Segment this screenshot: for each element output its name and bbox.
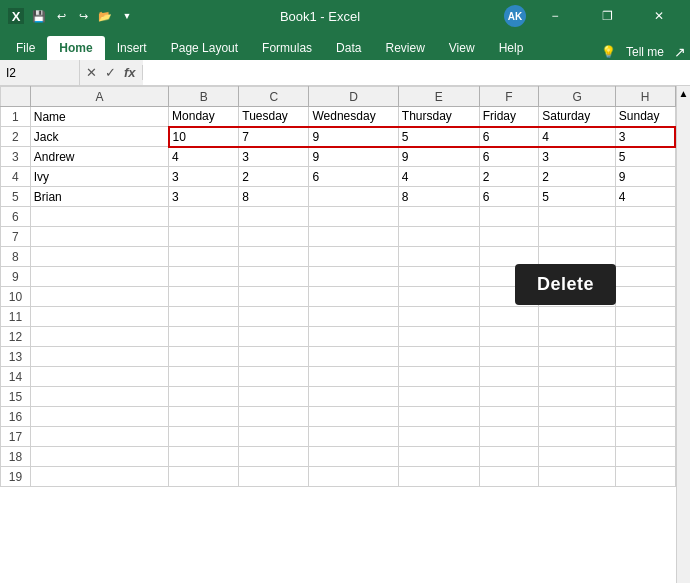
cell-r2c6[interactable]: 4: [539, 127, 616, 147]
cell-r8c4[interactable]: [398, 247, 479, 267]
cell-r14c4[interactable]: [398, 367, 479, 387]
cell-r14c0[interactable]: [30, 367, 168, 387]
cell-r13c0[interactable]: [30, 347, 168, 367]
col-header-e[interactable]: E: [398, 87, 479, 107]
tell-me-label[interactable]: Tell me: [626, 45, 664, 59]
cell-r15c7[interactable]: [615, 387, 675, 407]
row-number-10[interactable]: 10: [1, 287, 31, 307]
cell-r9c3[interactable]: [309, 267, 398, 287]
cell-r16c3[interactable]: [309, 407, 398, 427]
cell-r19c5[interactable]: [479, 467, 539, 487]
cell-r19c4[interactable]: [398, 467, 479, 487]
cell-r4c0[interactable]: Ivy: [30, 167, 168, 187]
cell-r1c1[interactable]: Monday: [169, 107, 239, 127]
tab-page-layout[interactable]: Page Layout: [159, 36, 250, 60]
cell-r17c7[interactable]: [615, 427, 675, 447]
cell-r8c6[interactable]: [539, 247, 616, 267]
cell-r11c3[interactable]: [309, 307, 398, 327]
formula-input[interactable]: [143, 60, 690, 85]
cell-r11c5[interactable]: [479, 307, 539, 327]
cell-r16c4[interactable]: [398, 407, 479, 427]
cell-r3c4[interactable]: 9: [398, 147, 479, 167]
cell-r15c1[interactable]: [169, 387, 239, 407]
cell-r9c2[interactable]: [239, 267, 309, 287]
cell-r1c6[interactable]: Saturday: [539, 107, 616, 127]
cell-r11c7[interactable]: [615, 307, 675, 327]
cell-r19c2[interactable]: [239, 467, 309, 487]
cell-r16c2[interactable]: [239, 407, 309, 427]
cell-r12c4[interactable]: [398, 327, 479, 347]
cell-r1c4[interactable]: Thursday: [398, 107, 479, 127]
customize-icon[interactable]: ▼: [118, 7, 136, 25]
tab-home[interactable]: Home: [47, 36, 104, 60]
cell-r3c7[interactable]: 5: [615, 147, 675, 167]
col-header-f[interactable]: F: [479, 87, 539, 107]
cell-r18c5[interactable]: [479, 447, 539, 467]
row-number-9[interactable]: 9: [1, 267, 31, 287]
cell-r7c0[interactable]: [30, 227, 168, 247]
cell-r15c5[interactable]: [479, 387, 539, 407]
cell-r2c4[interactable]: 5: [398, 127, 479, 147]
cell-r16c6[interactable]: [539, 407, 616, 427]
cell-r7c2[interactable]: [239, 227, 309, 247]
cell-r5c7[interactable]: 4: [615, 187, 675, 207]
cell-r6c6[interactable]: [539, 207, 616, 227]
cell-r17c1[interactable]: [169, 427, 239, 447]
cell-r3c0[interactable]: Andrew: [30, 147, 168, 167]
cell-r16c5[interactable]: [479, 407, 539, 427]
row-number-15[interactable]: 15: [1, 387, 31, 407]
row-number-17[interactable]: 17: [1, 427, 31, 447]
cell-r11c4[interactable]: [398, 307, 479, 327]
cell-r5c3[interactable]: [309, 187, 398, 207]
restore-button[interactable]: ❐: [584, 0, 630, 32]
cell-r10c5[interactable]: [479, 287, 539, 307]
cell-r5c4[interactable]: 8: [398, 187, 479, 207]
cell-r5c1[interactable]: 3: [169, 187, 239, 207]
cell-r18c6[interactable]: [539, 447, 616, 467]
cell-r19c7[interactable]: [615, 467, 675, 487]
cell-r19c1[interactable]: [169, 467, 239, 487]
cell-r14c3[interactable]: [309, 367, 398, 387]
cell-r2c3[interactable]: 9: [309, 127, 398, 147]
cell-r6c2[interactable]: [239, 207, 309, 227]
cell-r14c1[interactable]: [169, 367, 239, 387]
cell-r8c0[interactable]: [30, 247, 168, 267]
row-number-2[interactable]: 2: [1, 127, 31, 147]
cell-r1c0[interactable]: Name: [30, 107, 168, 127]
row-number-4[interactable]: 4: [1, 167, 31, 187]
cell-r3c5[interactable]: 6: [479, 147, 539, 167]
tab-view[interactable]: View: [437, 36, 487, 60]
cell-r5c5[interactable]: 6: [479, 187, 539, 207]
cell-r9c4[interactable]: [398, 267, 479, 287]
cell-r7c5[interactable]: [479, 227, 539, 247]
cell-r1c7[interactable]: Sunday: [615, 107, 675, 127]
tab-file[interactable]: File: [4, 36, 47, 60]
cell-r8c2[interactable]: [239, 247, 309, 267]
cell-r6c3[interactable]: [309, 207, 398, 227]
cell-r3c3[interactable]: 9: [309, 147, 398, 167]
row-number-18[interactable]: 18: [1, 447, 31, 467]
row-number-13[interactable]: 13: [1, 347, 31, 367]
tab-help[interactable]: Help: [487, 36, 536, 60]
cell-r7c7[interactable]: [615, 227, 675, 247]
tab-formulas[interactable]: Formulas: [250, 36, 324, 60]
cell-r17c4[interactable]: [398, 427, 479, 447]
col-header-c[interactable]: C: [239, 87, 309, 107]
cell-r7c4[interactable]: [398, 227, 479, 247]
cell-r9c7[interactable]: [615, 267, 675, 287]
cell-r6c7[interactable]: [615, 207, 675, 227]
save-icon[interactable]: 💾: [30, 7, 48, 25]
cell-r8c3[interactable]: [309, 247, 398, 267]
cell-r13c4[interactable]: [398, 347, 479, 367]
cell-r17c3[interactable]: [309, 427, 398, 447]
cell-r8c5[interactable]: [479, 247, 539, 267]
cell-r6c0[interactable]: [30, 207, 168, 227]
cell-r4c5[interactable]: 2: [479, 167, 539, 187]
col-header-a[interactable]: A: [30, 87, 168, 107]
avatar[interactable]: AK: [504, 5, 526, 27]
scroll-up-icon[interactable]: ▲: [679, 88, 689, 99]
cell-r9c1[interactable]: [169, 267, 239, 287]
cell-r4c6[interactable]: 2: [539, 167, 616, 187]
cell-r4c2[interactable]: 2: [239, 167, 309, 187]
cell-r16c7[interactable]: [615, 407, 675, 427]
